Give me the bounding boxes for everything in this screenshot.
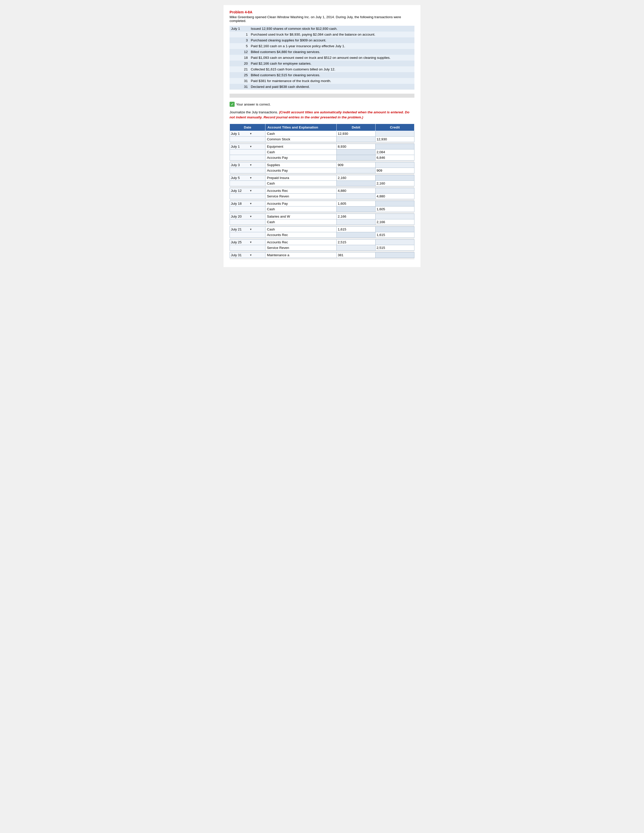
journal-debit-cell[interactable] [336, 155, 375, 160]
debit-input[interactable] [338, 246, 370, 250]
journal-account-cell[interactable] [266, 175, 336, 180]
journal-date-cell[interactable]: ▼ [230, 239, 266, 245]
debit-input[interactable] [338, 137, 370, 141]
journal-credit-cell[interactable] [375, 252, 414, 258]
journal-account-cell[interactable] [266, 252, 336, 258]
journal-credit-cell[interactable] [375, 188, 414, 193]
debit-input[interactable] [338, 220, 370, 224]
journal-debit-cell[interactable] [336, 232, 375, 238]
journal-debit-cell[interactable] [336, 149, 375, 155]
credit-input[interactable] [377, 240, 409, 244]
date-input[interactable] [231, 163, 249, 167]
chevron-down-icon[interactable]: ▼ [250, 241, 252, 244]
journal-credit-cell[interactable] [375, 219, 414, 225]
debit-input[interactable] [338, 176, 370, 180]
journal-credit-cell[interactable] [375, 232, 414, 238]
credit-input[interactable] [377, 246, 409, 250]
chevron-down-icon[interactable]: ▼ [250, 228, 252, 231]
journal-account-cell[interactable] [266, 201, 336, 206]
account-input[interactable] [266, 145, 335, 148]
journal-account-cell[interactable] [266, 193, 336, 199]
journal-credit-cell[interactable] [375, 131, 414, 136]
account-input[interactable] [266, 189, 335, 193]
journal-date-cell[interactable]: ▼ [230, 131, 266, 136]
journal-debit-cell[interactable] [336, 162, 375, 167]
account-input[interactable] [266, 150, 335, 154]
chevron-down-icon[interactable]: ▼ [250, 164, 252, 166]
journal-account-cell[interactable] [266, 227, 336, 232]
credit-input[interactable] [377, 215, 409, 218]
credit-input[interactable] [377, 137, 409, 141]
chevron-down-icon[interactable]: ▼ [250, 202, 252, 205]
debit-input[interactable] [338, 253, 370, 257]
journal-debit-cell[interactable] [336, 136, 375, 142]
journal-account-cell[interactable] [266, 144, 336, 149]
journal-date-cell[interactable]: ▼ [230, 144, 266, 149]
debit-input[interactable] [338, 132, 370, 135]
journal-account-cell[interactable] [266, 219, 336, 225]
account-input[interactable] [266, 227, 335, 231]
account-input[interactable] [266, 182, 335, 185]
journal-account-cell[interactable] [266, 167, 336, 173]
account-input[interactable] [266, 169, 335, 172]
journal-date-cell[interactable]: ▼ [230, 252, 266, 258]
journal-account-cell[interactable] [266, 136, 336, 142]
journal-debit-cell[interactable] [336, 227, 375, 232]
debit-input[interactable] [338, 182, 370, 185]
journal-credit-cell[interactable] [375, 193, 414, 199]
journal-date-cell[interactable]: ▼ [230, 227, 266, 232]
journal-debit-cell[interactable] [336, 252, 375, 258]
journal-credit-cell[interactable] [375, 155, 414, 160]
account-input[interactable] [266, 163, 335, 167]
credit-input[interactable] [377, 163, 409, 167]
journal-account-cell[interactable] [266, 155, 336, 160]
journal-debit-cell[interactable] [336, 219, 375, 225]
account-input[interactable] [266, 202, 335, 206]
chevron-down-icon[interactable]: ▼ [250, 177, 252, 179]
debit-input[interactable] [338, 195, 370, 198]
credit-input[interactable] [377, 132, 409, 135]
chevron-down-icon[interactable]: ▼ [250, 132, 252, 135]
journal-date-cell[interactable]: ▼ [230, 175, 266, 180]
journal-credit-cell[interactable] [375, 214, 414, 219]
journal-debit-cell[interactable] [336, 245, 375, 251]
journal-debit-cell[interactable] [336, 214, 375, 219]
account-input[interactable] [266, 195, 335, 198]
credit-input[interactable] [377, 227, 409, 231]
account-input[interactable] [266, 137, 335, 141]
journal-credit-cell[interactable] [375, 136, 414, 142]
chevron-down-icon[interactable]: ▼ [250, 254, 252, 256]
credit-input[interactable] [377, 145, 409, 148]
credit-input[interactable] [377, 156, 409, 159]
debit-input[interactable] [338, 215, 370, 218]
date-input[interactable] [231, 215, 249, 218]
journal-debit-cell[interactable] [336, 144, 375, 149]
date-input[interactable] [231, 189, 249, 193]
debit-input[interactable] [338, 145, 370, 148]
journal-account-cell[interactable] [266, 214, 336, 219]
journal-date-cell[interactable]: ▼ [230, 214, 266, 219]
journal-debit-cell[interactable] [336, 239, 375, 245]
journal-credit-cell[interactable] [375, 162, 414, 167]
chevron-down-icon[interactable]: ▼ [250, 189, 252, 192]
credit-input[interactable] [377, 189, 409, 193]
journal-credit-cell[interactable] [375, 239, 414, 245]
journal-credit-cell[interactable] [375, 175, 414, 180]
account-input[interactable] [266, 132, 335, 135]
journal-debit-cell[interactable] [336, 188, 375, 193]
credit-input[interactable] [377, 150, 409, 154]
debit-input[interactable] [338, 207, 370, 211]
credit-input[interactable] [377, 176, 409, 180]
account-input[interactable] [266, 156, 335, 159]
journal-date-cell[interactable]: ▼ [230, 188, 266, 193]
journal-date-cell[interactable]: ▼ [230, 162, 266, 167]
credit-input[interactable] [377, 220, 409, 224]
date-input[interactable] [231, 176, 249, 180]
journal-debit-cell[interactable] [336, 131, 375, 136]
date-input[interactable] [231, 227, 249, 231]
chevron-down-icon[interactable]: ▼ [250, 215, 252, 218]
date-input[interactable] [231, 145, 249, 148]
journal-debit-cell[interactable] [336, 206, 375, 212]
account-input[interactable] [266, 215, 335, 218]
account-input[interactable] [266, 233, 335, 237]
